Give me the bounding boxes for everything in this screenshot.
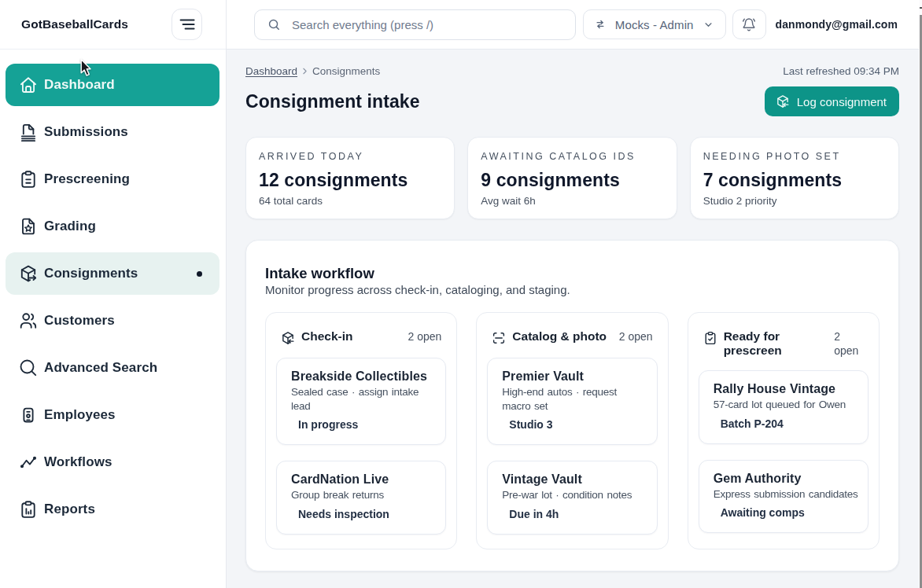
stat-card: NEEDING PHOTO SET7 consignmentsStudio 2 … — [690, 137, 899, 219]
search-icon — [19, 358, 38, 377]
workflow-card[interactable]: Breakside CollectiblesSealed case · assi… — [276, 358, 446, 445]
sidebar-item-label: Workflows — [44, 454, 112, 470]
stat-subtext: Avg wait 6h — [481, 195, 663, 207]
arrows-left-right-icon — [594, 18, 607, 31]
column-open-count: 2 open — [408, 329, 442, 344]
breadcrumb-dashboard-link[interactable]: Dashboard — [245, 65, 297, 77]
stat-card: AWAITING CATALOG IDS9 consignmentsAvg wa… — [467, 137, 677, 219]
card-title: CardNation Live — [291, 471, 436, 488]
workflow-card[interactable]: Premier VaultHigh-end autos · request ma… — [487, 358, 657, 445]
sidebar-item-customers[interactable]: Customers — [6, 300, 219, 342]
card-status: Needs inspection — [291, 507, 436, 521]
card-subtitle: 57-card lot queued for Owen — [714, 398, 858, 412]
sidebar-item-grading[interactable]: Grading — [6, 205, 219, 248]
sidebar-header: GotBaseballCards — [0, 0, 226, 50]
sidebar-item-label: Advanced Search — [44, 360, 157, 376]
intake-workflow-panel: Intake workflow Monitor progress across … — [245, 240, 899, 571]
notifications-button[interactable] — [732, 9, 766, 39]
chevron-down-icon — [703, 19, 714, 31]
scrollbar-dash — [920, 7, 922, 9]
card-title: Rally House Vintage — [714, 380, 858, 398]
sidebar-item-dashboard[interactable]: Dashboard — [6, 64, 219, 106]
topbar: Mocks - Admin danmondy@gmail.com — [227, 0, 922, 50]
stat-subtext: 64 total cards — [259, 195, 441, 207]
sidebar-item-employees[interactable]: Employees — [6, 394, 219, 436]
column-open-count: 2 open — [834, 329, 864, 358]
search-input[interactable] — [292, 18, 566, 31]
environment-label: Mocks - Admin — [615, 18, 694, 31]
clipboard-check-icon — [703, 329, 717, 345]
scan-line-icon — [492, 329, 506, 345]
sidebar-item-submissions[interactable]: Submissions — [6, 111, 219, 153]
stat-value: 9 consignments — [481, 170, 663, 191]
sidebar-nav: DashboardSubmissionsPrescreeningGradingC… — [0, 50, 226, 531]
home-icon — [19, 75, 38, 94]
page-content: Dashboard Consignments Last refreshed 09… — [227, 50, 922, 588]
card-title: Breakside Collectibles — [291, 368, 436, 385]
card-status: Due in 4h — [502, 507, 647, 521]
stat-label: ARRIVED TODAY — [259, 151, 441, 163]
column-cards: Premier VaultHigh-end autos · request ma… — [487, 358, 657, 535]
column-header: Ready for prescreen2 open — [699, 323, 869, 358]
stat-cards: ARRIVED TODAY12 consignments64 total car… — [245, 137, 899, 219]
search-icon — [268, 19, 280, 31]
sidebar-item-label: Customers — [44, 313, 115, 329]
card-subtitle: Pre-war lot · condition notes — [502, 488, 647, 502]
activity-icon — [19, 453, 38, 472]
workflow-column: Catalog & photo2 openPremier VaultHigh-e… — [476, 312, 668, 549]
card-status: Batch P-204 — [714, 417, 858, 431]
log-consignment-button[interactable]: Log consignment — [765, 86, 899, 116]
package-import-icon — [281, 329, 295, 345]
column-header: Check-in2 open — [276, 323, 446, 345]
card-title: Premier Vault — [502, 368, 647, 385]
column-title: Ready for prescreen — [724, 329, 828, 358]
sidebar-item-workflows[interactable]: Workflows — [6, 441, 219, 483]
scrollbar-thumb[interactable] — [920, 15, 922, 588]
card-title: Gem Authority — [714, 470, 858, 487]
column-cards: Breakside CollectiblesSealed case · assi… — [276, 358, 446, 535]
align-right-icon — [179, 16, 196, 33]
card-status: Studio 3 — [502, 417, 647, 432]
sidebar-item-advanced-search[interactable]: Advanced Search — [6, 347, 219, 389]
collapse-menu-button[interactable] — [171, 9, 202, 40]
workflow-title: Intake workflow — [265, 265, 880, 282]
workflow-card[interactable]: Rally House Vintage57-card lot queued fo… — [699, 370, 869, 444]
last-refreshed-text: Last refreshed 09:34 PM — [783, 65, 899, 77]
package-export-icon — [19, 264, 38, 283]
breadcrumb: Dashboard Consignments Last refreshed 09… — [245, 61, 899, 81]
sidebar-item-label: Dashboard — [44, 77, 115, 93]
file-lines-icon — [19, 123, 38, 141]
column-cards: Rally House Vintage57-card lot queued fo… — [699, 370, 869, 533]
sidebar-item-label: Consignments — [44, 266, 138, 281]
sidebar-item-label: Employees — [44, 407, 116, 423]
card-subtitle: Sealed case · assign intake lead — [291, 385, 436, 413]
chevron-right-icon — [300, 66, 310, 76]
sidebar-item-prescreening[interactable]: Prescreening — [6, 158, 219, 200]
breadcrumb-current: Consignments — [312, 65, 380, 77]
workflow-column: Ready for prescreen2 openRally House Vin… — [688, 312, 880, 549]
log-consignment-label: Log consignment — [797, 95, 887, 108]
stat-label: NEEDING PHOTO SET — [703, 151, 886, 163]
unread-dot — [197, 271, 202, 277]
user-email: danmondy@gmail.com — [776, 18, 898, 31]
package-import-icon — [776, 94, 790, 108]
topbar-right: Mocks - Admin danmondy@gmail.com — [583, 9, 898, 39]
column-header: Catalog & photo2 open — [487, 323, 657, 345]
card-subtitle: High-end autos · request macro set — [502, 385, 647, 413]
file-star-icon — [19, 217, 38, 236]
card-subtitle: Express submission candidates — [714, 487, 858, 502]
users-icon — [19, 311, 38, 330]
global-search[interactable] — [254, 9, 576, 40]
app-root: GotBaseballCards DashboardSubmissionsPre… — [0, 0, 922, 588]
sidebar-item-reports[interactable]: Reports — [6, 488, 219, 531]
stat-label: AWAITING CATALOG IDS — [481, 151, 663, 163]
workflow-card[interactable]: Gem AuthorityExpress submission candidat… — [699, 460, 869, 534]
column-title: Catalog & photo — [512, 329, 607, 344]
workflow-card[interactable]: Vintage VaultPre-war lot · condition not… — [487, 461, 657, 535]
card-title: Vintage Vault — [502, 471, 647, 488]
workflow-card[interactable]: CardNation LiveGroup break returnsNeeds … — [276, 461, 446, 535]
workflow-column: Check-in2 openBreakside CollectiblesSeal… — [265, 312, 457, 549]
sidebar-item-consignments[interactable]: Consignments — [6, 252, 219, 295]
environment-switcher[interactable]: Mocks - Admin — [583, 9, 726, 39]
column-open-count: 2 open — [619, 329, 653, 344]
